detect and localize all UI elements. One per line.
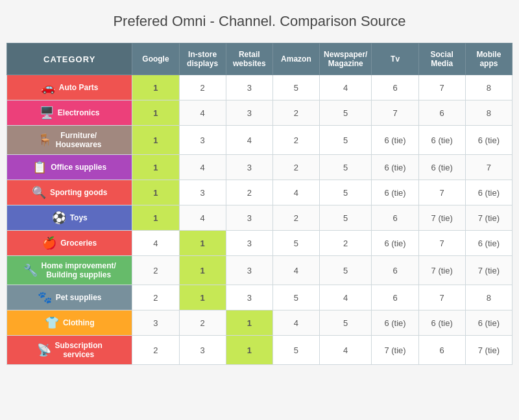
cell-r4-c2: 2 (226, 180, 272, 205)
col-header-6: SocialMedia (418, 43, 465, 75)
cell-r1-c1: 4 (179, 100, 226, 126)
category-cell-6: 🍎Groceries (7, 231, 132, 256)
cell-r10-c0: 2 (132, 336, 179, 365)
category-label-5: Toys (70, 213, 88, 222)
table-row: 🪑Furniture/Housewares134256 (tie)6 (tie)… (7, 126, 513, 155)
category-icon-1: 🖥️ (40, 106, 54, 120)
table-row: 🖥️Electronics14325768 (7, 100, 513, 126)
cell-r10-c6: 6 (418, 336, 465, 365)
cell-r4-c4: 5 (319, 180, 372, 205)
category-cell-1: 🖥️Electronics (7, 100, 132, 126)
category-label-8: Pet supplies (56, 293, 102, 302)
col-header-2: Retailwebsites (226, 43, 272, 75)
category-label-4: Sporting goods (50, 188, 108, 197)
cell-r5-c5: 6 (372, 205, 418, 231)
table-row: 🔧Home improvement/Building supplies21345… (7, 256, 513, 285)
col-header-3: Amazon (272, 43, 319, 75)
table-row: 🐾Pet supplies21354678 (7, 285, 513, 310)
cell-r10-c3: 5 (272, 336, 319, 365)
cell-r5-c2: 3 (226, 205, 272, 231)
cell-r3-c4: 5 (319, 155, 372, 180)
category-label-1: Electronics (58, 108, 100, 117)
cell-r6-c2: 3 (226, 231, 272, 256)
table-row: 🔍Sporting goods132456 (tie)76 (tie) (7, 180, 513, 205)
cell-r7-c1: 1 (179, 256, 226, 285)
cell-r1-c7: 8 (465, 100, 512, 126)
cell-r2-c7: 6 (tie) (465, 126, 512, 155)
cell-r8-c2: 3 (226, 285, 272, 310)
col-header-4: Newspaper/Magazine (319, 43, 372, 75)
category-icon-5: ⚽ (52, 211, 66, 225)
cell-r0-c6: 7 (418, 75, 465, 100)
cell-r5-c6: 7 (tie) (418, 205, 465, 231)
cell-r9-c1: 2 (179, 310, 226, 336)
col-header-0: Google (132, 43, 179, 75)
category-label-9: Clothing (63, 318, 95, 327)
col-header-7: Mobileapps (465, 43, 512, 75)
cell-r2-c2: 4 (226, 126, 272, 155)
cell-r9-c4: 5 (319, 310, 372, 336)
cell-r10-c2: 1 (226, 336, 272, 365)
category-label-0: Auto Parts (59, 83, 99, 92)
category-icon-6: 🍎 (42, 236, 56, 250)
cell-r1-c0: 1 (132, 100, 179, 126)
cell-r1-c4: 5 (319, 100, 372, 126)
table-row: 📋Office supplies143256 (tie)6 (tie)7 (7, 155, 513, 180)
cell-r4-c6: 7 (418, 180, 465, 205)
cell-r0-c4: 4 (319, 75, 372, 100)
cell-r8-c3: 5 (272, 285, 319, 310)
cell-r2-c6: 6 (tie) (418, 126, 465, 155)
cell-r6-c3: 5 (272, 231, 319, 256)
category-cell-9: 👕Clothing (7, 310, 132, 336)
cell-r7-c6: 7 (tie) (418, 256, 465, 285)
cell-r5-c7: 7 (tie) (465, 205, 512, 231)
cell-r0-c7: 8 (465, 75, 512, 100)
category-cell-2: 🪑Furniture/Housewares (7, 126, 132, 155)
category-cell-7: 🔧Home improvement/Building supplies (7, 256, 132, 285)
category-cell-10: 📡Subscriptionservices (7, 336, 132, 365)
cell-r9-c3: 4 (272, 310, 319, 336)
cell-r3-c0: 1 (132, 155, 179, 180)
cell-r4-c5: 6 (tie) (372, 180, 418, 205)
category-icon-3: 📋 (32, 160, 47, 174)
cell-r3-c1: 4 (179, 155, 226, 180)
category-label-2: Furniture/Housewares (56, 131, 102, 149)
cell-r1-c2: 3 (226, 100, 272, 126)
category-label-3: Office supplies (51, 163, 106, 172)
cell-r10-c5: 7 (tie) (372, 336, 418, 365)
category-cell-4: 🔍Sporting goods (7, 180, 132, 205)
cell-r6-c1: 1 (179, 231, 226, 256)
cell-r8-c1: 1 (179, 285, 226, 310)
cell-r3-c6: 6 (tie) (418, 155, 465, 180)
category-icon-2: 🪑 (38, 133, 52, 147)
cell-r7-c2: 3 (226, 256, 272, 285)
cell-r7-c4: 5 (319, 256, 372, 285)
cell-r6-c6: 7 (418, 231, 465, 256)
cell-r5-c0: 1 (132, 205, 179, 231)
cell-r2-c4: 5 (319, 126, 372, 155)
cell-r2-c1: 3 (179, 126, 226, 155)
cell-r10-c7: 7 (tie) (465, 336, 512, 365)
table-row: 👕Clothing321456 (tie)6 (tie)6 (tie) (7, 310, 513, 336)
cell-r9-c6: 6 (tie) (418, 310, 465, 336)
table-row: 🍎Groceries413526 (tie)76 (tie) (7, 231, 513, 256)
cell-r1-c5: 7 (372, 100, 418, 126)
category-label-10: Subscriptionservices (55, 341, 103, 359)
cell-r8-c6: 7 (418, 285, 465, 310)
cell-r1-c6: 6 (418, 100, 465, 126)
cell-r3-c3: 2 (272, 155, 319, 180)
cell-r7-c7: 7 (tie) (465, 256, 512, 285)
category-icon-10: 📡 (37, 343, 51, 357)
cell-r0-c2: 3 (226, 75, 272, 100)
cell-r3-c5: 6 (tie) (372, 155, 418, 180)
cell-r5-c1: 4 (179, 205, 226, 231)
cell-r2-c3: 2 (272, 126, 319, 155)
category-icon-8: 🐾 (38, 290, 52, 305)
category-icon-7: 🔧 (23, 263, 38, 277)
category-icon-4: 🔍 (32, 185, 46, 200)
cell-r10-c1: 3 (179, 336, 226, 365)
cell-r3-c2: 3 (226, 155, 272, 180)
category-header: CATEGORY (7, 43, 132, 75)
table-row: 📡Subscriptionservices231547 (tie)67 (tie… (7, 336, 513, 365)
cell-r1-c3: 2 (272, 100, 319, 126)
